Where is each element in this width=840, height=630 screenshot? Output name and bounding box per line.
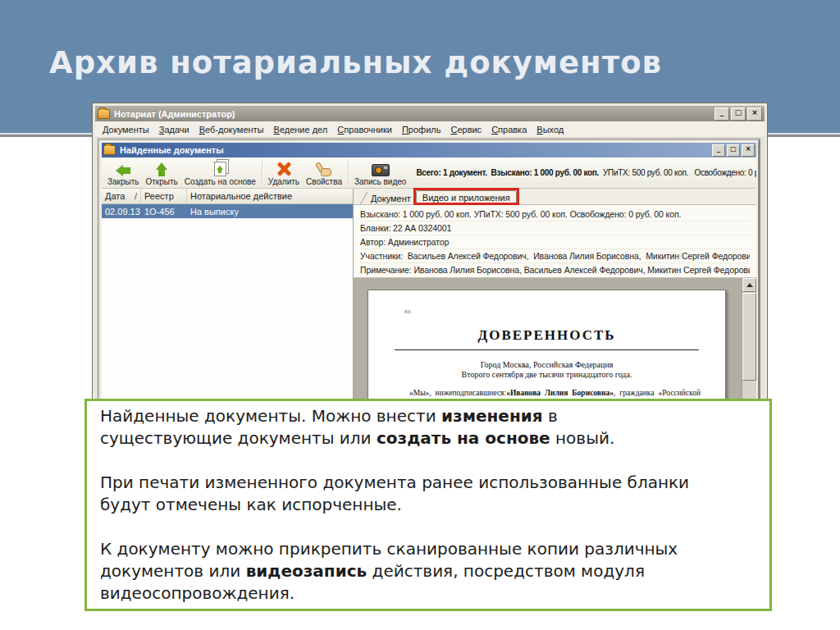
window-controls: _ □ × <box>714 107 762 121</box>
document-title: ДОВЕРЕННОСТЬ <box>393 327 701 344</box>
inner-minimize-button[interactable]: _ <box>712 144 725 157</box>
properties-button[interactable]: Свойства <box>303 158 345 187</box>
note-paragraph-2: При печати измененного документа ранее и… <box>100 472 756 516</box>
minimize-button[interactable]: _ <box>714 107 729 121</box>
create-based-on-button[interactable]: Создать на основе <box>181 158 259 187</box>
menu-bar: Документы Задачи Веб-документы Ведение д… <box>95 121 765 138</box>
menu-documents[interactable]: Документы <box>98 123 154 136</box>
list-header-row: Дата / Реестр Нотариальное действие <box>102 189 353 204</box>
menu-exit[interactable]: Выход <box>532 123 568 136</box>
menu-directories[interactable]: Справочники <box>332 123 397 136</box>
document-detail-panel: Документ Видео и приложения Взыскано: 1 … <box>354 189 756 407</box>
arrow-left-icon <box>116 165 130 176</box>
table-row[interactable]: 02.09.13 1О-456 На выписку <box>102 204 353 218</box>
hand-pointer-icon <box>317 162 332 176</box>
detail-participants: Участники: Васильев Алексей Федорович, И… <box>360 249 750 263</box>
found-documents-icon <box>103 145 116 155</box>
preview-scrollbar[interactable] <box>742 278 756 407</box>
note-paragraph-3: К документу можно прикрепить сканированн… <box>100 538 756 605</box>
menu-web-documents[interactable]: Веб-документы <box>194 123 269 136</box>
documents-list-panel: Дата / Реестр Нотариальное действие 02.0… <box>102 189 354 407</box>
delete-button[interactable]: Удалить <box>265 158 303 187</box>
document-place-line: Город Москва, Российская Федерация <box>393 360 701 369</box>
close-document-button[interactable]: Закрыть <box>104 158 143 187</box>
tab-document[interactable]: Документ <box>366 192 416 204</box>
note-paragraph-1: Найденные документы. Можно внести измене… <box>100 405 756 450</box>
menu-case-management[interactable]: Ведение дел <box>269 123 333 136</box>
document-preview-area: ва ДОВЕРЕННОСТЬ Город Москва, Российская… <box>354 278 756 407</box>
app-title: Нотариат (Администратор) <box>114 109 235 119</box>
scrollbar-thumb[interactable] <box>742 293 756 381</box>
app-window: Нотариат (Администратор) _ □ × Документы… <box>92 103 768 402</box>
scroll-up-button[interactable] <box>742 278 756 292</box>
open-document-button[interactable]: Открыть <box>143 158 181 187</box>
content-split: Дата / Реестр Нотариальное действие 02.0… <box>102 189 756 407</box>
found-documents-titlebar[interactable]: Найденные документы _ □ × <box>102 143 756 158</box>
inner-maximize-button[interactable]: □ <box>727 144 740 157</box>
detail-note: Примечание: Иванова Лилия Борисовна, Вас… <box>360 263 750 276</box>
arrow-up-icon <box>156 162 167 176</box>
column-header-registry[interactable]: Реестр <box>141 189 187 203</box>
app-titlebar[interactable]: Нотариат (Администратор) _ □ × <box>95 106 765 121</box>
toolbar-separator <box>262 161 262 185</box>
document-date-line: Второго сентября две тысячи тринадцатого… <box>393 370 701 379</box>
menu-help[interactable]: Справка <box>486 123 532 136</box>
document-new-from-icon <box>214 162 226 176</box>
toolbar-separator <box>348 161 349 185</box>
mdi-client-area: Найденные документы _ □ × Закрыть Открыт… <box>95 138 765 399</box>
menu-tasks[interactable]: Задачи <box>154 123 194 136</box>
column-header-date[interactable]: Дата / <box>102 189 141 203</box>
found-documents-title: Найденные документы <box>120 145 224 155</box>
annotation-note-box: Найденные документы. Можно внести измене… <box>84 399 772 611</box>
slide-title: Архив нотариальных документов <box>49 45 662 80</box>
toolbar: Закрыть Открыть Создать на основе Удалит… <box>102 158 756 189</box>
record-video-button[interactable]: Запись видео <box>351 158 409 187</box>
menu-profile[interactable]: Профиль <box>397 123 446 136</box>
inner-close-button[interactable]: × <box>742 144 755 157</box>
triangle-up-icon <box>746 283 753 287</box>
delete-x-icon <box>276 162 291 176</box>
title-rule <box>395 349 699 350</box>
tab-video-attachments[interactable]: Видео и приложения <box>416 190 517 204</box>
detail-author: Автор: Администратор <box>360 235 750 249</box>
column-header-notarial-action[interactable]: Нотариальное действие <box>187 189 353 203</box>
video-camera-icon <box>372 164 390 176</box>
menu-service[interactable]: Сервис <box>445 123 486 136</box>
app-icon <box>98 109 110 119</box>
document-page: ва ДОВЕРЕННОСТЬ Город Москва, Российская… <box>368 290 726 407</box>
inner-window-controls: _ □ × <box>712 144 755 157</box>
detail-fees: Взыскано: 1 000 руб. 00 коп. УПиТХ: 500 … <box>360 208 750 221</box>
detail-blanks: Бланки: 22 АА 0324001 <box>360 221 750 235</box>
maximize-button[interactable]: □ <box>731 107 746 121</box>
found-documents-window: Найденные документы _ □ × Закрыть Открыт… <box>98 139 760 410</box>
tab-row: Документ Видео и приложения <box>354 189 756 205</box>
page-corner-mark: ва <box>404 308 701 314</box>
totals-summary: Всего: 1 документ. Взыскано: 1 000 руб. … <box>416 168 756 177</box>
sort-indicator-icon: / <box>135 191 137 201</box>
close-button[interactable]: × <box>747 107 762 121</box>
document-details: Взыскано: 1 000 руб. 00 коп. УПиТХ: 500 … <box>354 205 756 278</box>
